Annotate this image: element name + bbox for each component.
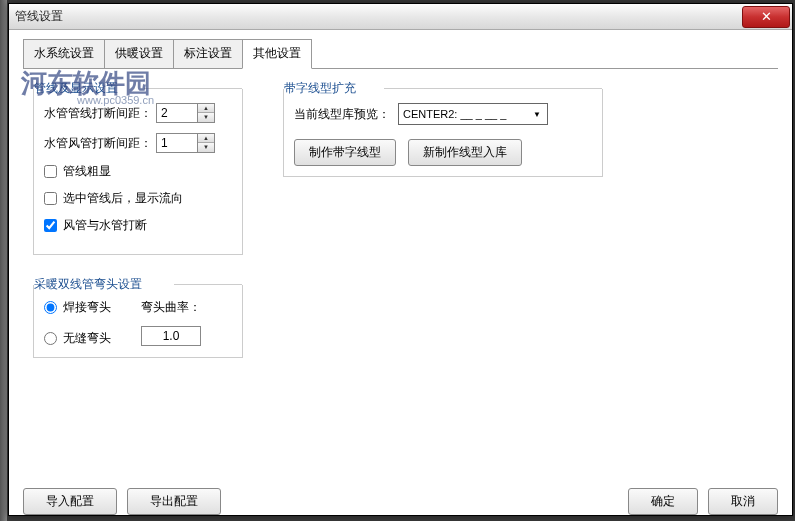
btn-import-config[interactable]: 导入配置 xyxy=(23,488,117,515)
footer-left-group: 导入配置 导出配置 xyxy=(23,488,221,515)
label-duct-break-gap: 水管风管打断间距： xyxy=(44,135,152,152)
spinner-duct-break-gap[interactable]: ▲ ▼ xyxy=(156,133,215,153)
input-curvature[interactable] xyxy=(141,326,201,346)
label-welded-elbow: 焊接弯头 xyxy=(63,299,111,316)
checkbox-duct-water-break[interactable] xyxy=(44,219,57,232)
footer-bar: 导入配置 导出配置 确定 取消 xyxy=(23,488,778,515)
label-bold-display: 管线粗显 xyxy=(63,163,111,180)
label-seamless-elbow: 无缝弯头 xyxy=(63,330,111,347)
spinner-water-break-gap[interactable]: ▲ ▼ xyxy=(156,103,215,123)
spinner-down-icon[interactable]: ▼ xyxy=(198,113,214,122)
fieldset-pipeline-display: 管线及显示设置 水管管线打断间距： ▲ ▼ 水管风管打断间距： xyxy=(33,89,243,255)
spinner-up-icon[interactable]: ▲ xyxy=(198,104,214,113)
tab-other[interactable]: 其他设置 xyxy=(242,39,312,69)
checkbox-row-bold: 管线粗显 xyxy=(44,163,232,180)
linetype-button-row: 制作带字线型 新制作线型入库 xyxy=(294,139,592,166)
btn-ok[interactable]: 确定 xyxy=(628,488,698,515)
fieldset-title-linetype: 带字线型扩充 xyxy=(284,80,362,97)
tab-bar: 水系统设置 供暖设置 标注设置 其他设置 xyxy=(23,38,792,68)
tab-pane-other: 管线及显示设置 水管管线打断间距： ▲ ▼ 水管风管打断间距： xyxy=(23,68,778,478)
spinner-down-icon[interactable]: ▼ xyxy=(198,143,214,152)
tab-heating[interactable]: 供暖设置 xyxy=(104,39,174,69)
radio-welded-elbow[interactable] xyxy=(44,301,57,314)
radio-seamless-elbow[interactable] xyxy=(44,332,57,345)
checkbox-bold-display[interactable] xyxy=(44,165,57,178)
btn-make-linetype[interactable]: 制作带字线型 xyxy=(294,139,396,166)
fieldset-title-display: 管线及显示设置 xyxy=(34,80,124,97)
fieldset-title-elbow: 采暖双线管弯头设置 xyxy=(34,276,148,293)
fieldset-elbow: 采暖双线管弯头设置 焊接弯头 无缝弯头 弯头曲率： xyxy=(33,285,243,358)
spinner-buttons: ▲ ▼ xyxy=(197,134,214,152)
close-icon: ✕ xyxy=(761,9,772,24)
tab-annotation[interactable]: 标注设置 xyxy=(173,39,243,69)
label-water-break-gap: 水管管线打断间距： xyxy=(44,105,152,122)
input-duct-break-gap[interactable] xyxy=(157,134,197,152)
row-duct-break-gap: 水管风管打断间距： ▲ ▼ xyxy=(44,133,232,153)
radio-row-seamless: 无缝弯头 xyxy=(44,330,111,347)
combo-linetype[interactable]: CENTER2: __ _ __ _ ▼ xyxy=(398,103,548,125)
label-curvature: 弯头曲率： xyxy=(141,299,201,316)
label-duct-water-break: 风管与水管打断 xyxy=(63,217,147,234)
spinner-buttons: ▲ ▼ xyxy=(197,104,214,122)
btn-cancel[interactable]: 取消 xyxy=(708,488,778,515)
checkbox-show-flow[interactable] xyxy=(44,192,57,205)
close-button[interactable]: ✕ xyxy=(742,6,790,28)
fieldset-linetype: 带字线型扩充 当前线型库预览： CENTER2: __ _ __ _ ▼ 制作带… xyxy=(283,89,603,177)
titlebar: 管线设置 ✕ xyxy=(9,4,792,30)
input-water-break-gap[interactable] xyxy=(157,104,197,122)
elbow-options: 焊接弯头 无缝弯头 弯头曲率： xyxy=(44,299,232,347)
row-linetype-preview: 当前线型库预览： CENTER2: __ _ __ _ ▼ xyxy=(294,103,592,125)
tab-water-system[interactable]: 水系统设置 xyxy=(23,39,105,69)
label-linetype-preview: 当前线型库预览： xyxy=(294,106,390,123)
window-title: 管线设置 xyxy=(9,8,63,25)
chevron-down-icon: ▼ xyxy=(529,106,545,122)
content-area: 河东软件园 www.pc0359.cn 水系统设置 供暖设置 标注设置 其他设置… xyxy=(9,38,792,521)
btn-export-config[interactable]: 导出配置 xyxy=(127,488,221,515)
checkbox-row-break: 风管与水管打断 xyxy=(44,217,232,234)
checkbox-row-flow: 选中管线后，显示流向 xyxy=(44,190,232,207)
row-water-break-gap: 水管管线打断间距： ▲ ▼ xyxy=(44,103,232,123)
footer-right-group: 确定 取消 xyxy=(628,488,778,515)
combo-linetype-value: CENTER2: __ _ __ _ xyxy=(403,108,506,120)
btn-save-linetype[interactable]: 新制作线型入库 xyxy=(408,139,522,166)
curvature-column: 弯头曲率： xyxy=(141,299,201,346)
spinner-up-icon[interactable]: ▲ xyxy=(198,134,214,143)
dialog-window: 管线设置 ✕ 河东软件园 www.pc0359.cn 水系统设置 供暖设置 标注… xyxy=(8,3,793,516)
label-show-flow: 选中管线后，显示流向 xyxy=(63,190,183,207)
window-left-edge xyxy=(0,0,7,521)
radio-group-elbow: 焊接弯头 无缝弯头 xyxy=(44,299,111,347)
radio-row-welded: 焊接弯头 xyxy=(44,299,111,316)
